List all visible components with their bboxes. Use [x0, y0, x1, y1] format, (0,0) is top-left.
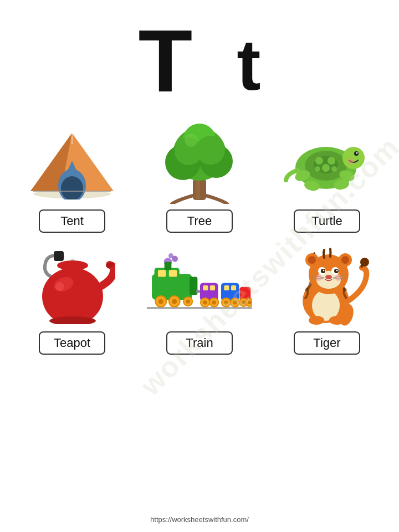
svg-point-24 [331, 166, 337, 172]
svg-point-102 [360, 258, 369, 267]
card-turtle: Turtle [272, 122, 382, 233]
svg-point-92 [325, 275, 332, 279]
cards-grid: Tent [0, 122, 399, 355]
turtle-label: Turtle [294, 209, 360, 233]
card-tent: Tent [17, 122, 127, 233]
svg-point-90 [323, 269, 324, 271]
page: worksheetswithfun.com T t [0, 0, 399, 532]
svg-point-64 [186, 299, 190, 303]
svg-point-62 [172, 299, 177, 304]
tent-label: Tent [39, 209, 105, 233]
teapot-image [19, 244, 125, 327]
svg-rect-33 [54, 251, 64, 261]
svg-point-28 [348, 158, 354, 164]
card-tree: Tree [144, 122, 255, 233]
svg-rect-56 [224, 285, 229, 290]
svg-point-93 [315, 274, 322, 281]
svg-point-74 [242, 301, 245, 304]
svg-point-60 [158, 299, 163, 304]
footer-url: https://worksheetswithfun.com/ [0, 515, 399, 524]
svg-point-72 [233, 300, 237, 304]
svg-rect-9 [196, 179, 200, 200]
svg-point-22 [322, 164, 330, 172]
svg-rect-51 [196, 290, 200, 293]
tree-label: Tree [166, 209, 233, 233]
card-teapot: Teapot [17, 244, 127, 355]
train-label: Train [166, 331, 233, 355]
card-train: Train [144, 244, 255, 355]
svg-point-16 [185, 134, 198, 147]
svg-point-20 [315, 157, 323, 165]
svg-point-70 [224, 300, 228, 304]
svg-point-23 [315, 166, 320, 172]
svg-point-99 [309, 316, 324, 325]
tiger-label: Tiger [294, 331, 360, 355]
svg-point-44 [168, 253, 173, 258]
tiger-image [274, 244, 380, 327]
tree-image [147, 122, 252, 205]
tent-image [19, 122, 125, 205]
svg-point-37 [42, 268, 103, 324]
teapot-label: Teapot [39, 331, 105, 355]
lowercase-letter: t [237, 29, 260, 101]
turtle-image [274, 122, 380, 205]
card-tiger: Tiger [272, 244, 382, 355]
svg-rect-54 [210, 285, 215, 290]
svg-point-66 [203, 300, 207, 304]
svg-point-68 [212, 300, 216, 304]
train-image [147, 244, 252, 327]
svg-point-21 [328, 157, 335, 165]
svg-point-27 [356, 152, 357, 154]
uppercase-letter: T [138, 17, 192, 105]
svg-point-82 [308, 256, 316, 264]
svg-rect-47 [165, 262, 172, 269]
svg-rect-48 [158, 270, 166, 277]
svg-point-25 [342, 147, 365, 169]
svg-rect-53 [203, 285, 208, 290]
svg-point-84 [341, 256, 349, 264]
letter-row: T t [138, 17, 260, 105]
svg-rect-57 [231, 285, 236, 290]
svg-rect-49 [169, 270, 177, 277]
svg-point-39 [55, 282, 64, 291]
svg-point-5 [61, 176, 83, 200]
svg-point-91 [336, 269, 337, 271]
svg-point-94 [335, 274, 342, 281]
svg-point-76 [248, 301, 251, 304]
svg-point-15 [196, 136, 225, 165]
